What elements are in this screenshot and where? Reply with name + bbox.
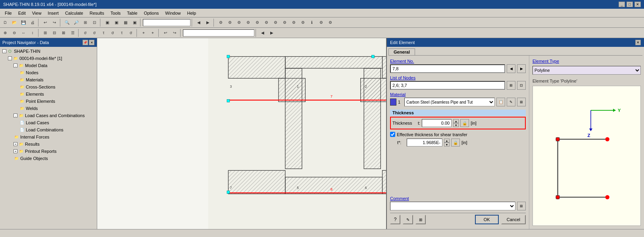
tb-c1[interactable]: ⚙ — [216, 18, 225, 27]
tb-c11[interactable]: ℹ — [308, 18, 316, 27]
tb2-b12[interactable]: σ — [108, 29, 117, 37]
expand-printout[interactable]: + — [13, 149, 17, 153]
element-no-btn1[interactable]: ◀ — [507, 64, 515, 73]
tb-c12[interactable]: ⚙ — [317, 18, 325, 27]
minimize-btn[interactable]: _ — [619, 2, 625, 7]
tb2-b15[interactable]: ⌖ — [139, 29, 148, 37]
tb-b3[interactable]: ▦ — [121, 18, 130, 27]
list-of-nodes-input[interactable] — [390, 81, 505, 90]
tb-c13[interactable]: ⚙ — [326, 18, 334, 27]
expand-results[interactable]: + — [13, 142, 17, 146]
tb-b1[interactable]: ▣ — [103, 18, 111, 27]
thickness-spin-up[interactable]: ▲ — [453, 119, 459, 123]
thickness-lock-btn[interactable]: 🔒 — [460, 119, 469, 127]
menu-calculate[interactable]: Calculate — [62, 10, 87, 16]
material-select[interactable]: Carbon Steel (Seamless Pipe and Tut — [404, 98, 495, 106]
thickness-value-input[interactable] — [422, 119, 452, 127]
tb-zoom-out[interactable]: 🔎 — [72, 18, 81, 27]
maximize-btn[interactable]: □ — [627, 2, 633, 7]
tb-c6[interactable]: ⚙ — [262, 18, 271, 27]
menu-table[interactable]: Table — [124, 10, 140, 16]
nav-pin-btn[interactable]: 📌 — [83, 40, 88, 45]
ok-button[interactable]: OK — [475, 215, 499, 224]
tb-c7[interactable]: ⚙ — [271, 18, 280, 27]
tree-cross-sections[interactable]: 📁 Cross-Sections — [1, 83, 96, 91]
menu-results[interactable]: Results — [87, 10, 108, 16]
expand-model[interactable]: - — [8, 56, 12, 60]
tb-nav-fwd[interactable]: ▶ — [204, 18, 212, 27]
nodes-btn2[interactable]: ⊡ — [517, 81, 526, 90]
material-label[interactable]: Material — [390, 92, 526, 97]
tb-b4[interactable]: ▣ — [130, 18, 139, 27]
tb-c8[interactable]: ⚙ — [280, 18, 289, 27]
dialog-edit-btn[interactable]: ✎ — [403, 215, 413, 224]
tb-print[interactable]: 🖨 — [28, 18, 37, 27]
thickness-spin-down[interactable]: ▼ — [453, 123, 459, 127]
menu-view[interactable]: View — [29, 10, 45, 16]
tb2-b4[interactable]: ↕ — [28, 29, 37, 37]
tb-undo[interactable]: ↩ — [41, 18, 50, 27]
tb-open[interactable]: 📂 — [10, 18, 19, 27]
menu-edit[interactable]: Edit — [15, 10, 29, 16]
tb2-b9[interactable]: σ — [81, 29, 90, 37]
tb2-b3[interactable]: ↔ — [19, 29, 28, 37]
expand-model-data[interactable]: - — [13, 64, 17, 67]
tb2-b5[interactable]: ⊞ — [41, 29, 50, 37]
material-btn2[interactable]: ✎ — [507, 98, 515, 106]
tree-load-cases-combo[interactable]: - 📁 Load Cases and Combinations — [1, 112, 96, 119]
tb-c3[interactable]: ⚙ — [235, 18, 243, 27]
tree-root[interactable]: - ⬡ SHAPE-THIN — [1, 48, 96, 55]
menu-insert[interactable]: Insert — [44, 10, 62, 16]
tree-printout[interactable]: + 📁 Printout Reports — [1, 148, 96, 155]
tab-general[interactable]: General — [388, 48, 415, 55]
element-no-input[interactable] — [390, 64, 505, 73]
dialog-table-btn[interactable]: ⊞ — [415, 215, 426, 224]
tb2-b7[interactable]: ⊠ — [59, 29, 68, 37]
tree-model-data[interactable]: - 📁 Model Data — [1, 62, 96, 69]
tb-c2[interactable]: ⚙ — [225, 18, 234, 27]
tb-nav-back[interactable]: ◀ — [194, 18, 203, 27]
tb-new[interactable]: 🗋 — [1, 18, 10, 27]
tb-save[interactable]: 💾 — [19, 18, 28, 27]
t-star-spin-up[interactable]: ▲ — [444, 139, 450, 143]
tb2-b11[interactable]: τ — [99, 29, 108, 37]
tb2-b1[interactable]: ⊕ — [1, 29, 10, 37]
tb2-b2[interactable]: ⊖ — [10, 29, 19, 37]
nav-close-btn[interactable]: ✕ — [89, 40, 94, 45]
tb2-b18[interactable]: ↪ — [170, 29, 179, 37]
tb2-b13[interactable]: τ — [117, 29, 126, 37]
tree-load-combinations[interactable]: 📄 Load Combinations — [1, 126, 96, 133]
tb2-b10[interactable]: σ — [90, 29, 99, 37]
tree-materials[interactable]: 📁 Materials — [1, 76, 96, 83]
element-no-label[interactable]: Element No. — [390, 59, 526, 64]
cancel-button[interactable]: Cancel — [501, 215, 526, 224]
tb-c5[interactable]: ⚙ — [253, 18, 261, 27]
toolbar2-input[interactable] — [183, 29, 254, 37]
tree-elements[interactable]: 📁 Elements — [1, 91, 96, 98]
tb-c4[interactable]: ⚙ — [244, 18, 252, 27]
effective-thickness-checkbox[interactable] — [390, 132, 395, 137]
list-of-nodes-label[interactable]: List of Nodes — [390, 75, 526, 80]
menu-window[interactable]: Window — [162, 10, 184, 16]
tree-guide-objects[interactable]: 📁 Guide Objects — [1, 155, 96, 162]
tb2-b17[interactable]: ↩ — [161, 29, 170, 37]
toolbar-input[interactable] — [143, 19, 190, 26]
element-no-btn2[interactable]: ▶ — [517, 64, 526, 73]
dialog-help-btn[interactable]: ? — [390, 215, 400, 224]
tree-welds[interactable]: 📁 Welds — [1, 105, 96, 112]
menu-file[interactable]: File — [2, 10, 15, 16]
tb2-b16[interactable]: ⌖ — [148, 29, 157, 37]
element-type-select[interactable]: Polyline — [533, 66, 641, 75]
tree-nodes[interactable]: 📁 Nodes — [1, 69, 96, 76]
t-star-input[interactable] — [407, 139, 442, 146]
comment-btn[interactable]: ⊞ — [517, 202, 526, 210]
tb-zoom-fit[interactable]: ⊞ — [81, 18, 90, 27]
expand-root[interactable]: - — [2, 49, 6, 53]
material-btn3[interactable]: ⊞ — [517, 98, 526, 106]
tb-c9[interactable]: ⚙ — [289, 18, 298, 27]
tb2-b19[interactable]: ◀ — [258, 29, 267, 37]
expand-load[interactable]: - — [13, 114, 17, 118]
comment-select[interactable] — [390, 202, 515, 210]
tb-zoom-in[interactable]: 🔍 — [63, 18, 71, 27]
menu-help[interactable]: Help — [184, 10, 199, 16]
